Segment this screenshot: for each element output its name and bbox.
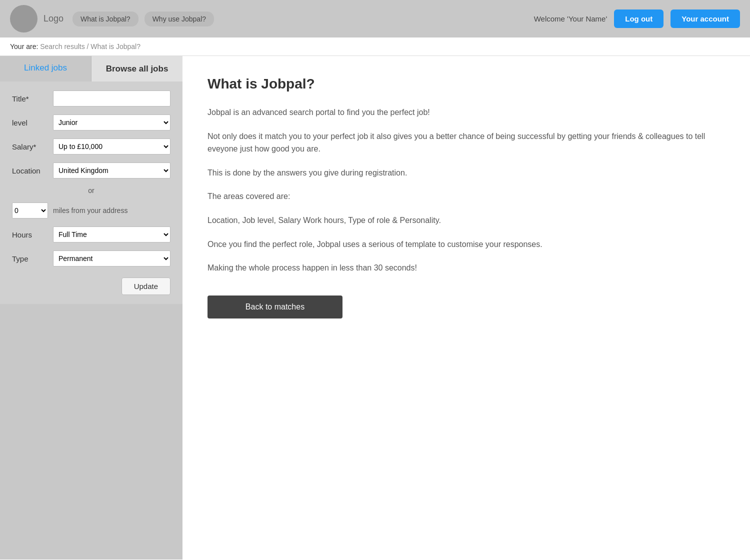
header-right: Welcome 'Your Name' Log out Your account (534, 10, 740, 28)
level-label: level (12, 118, 48, 127)
logout-button[interactable]: Log out (614, 10, 664, 28)
logo-icon (10, 5, 38, 32)
content-para-3: This is done by the answers you give dur… (208, 166, 720, 180)
welcome-text: Welcome 'Your Name' (534, 14, 608, 23)
nav-why-use-jobpal[interactable]: Why use Jobpal? (144, 12, 214, 26)
content-title: What is Jobpal? (208, 76, 720, 92)
nav-what-is-jobpal[interactable]: What is Jobpal? (72, 12, 138, 26)
update-row: Update (12, 278, 170, 295)
sidebar: Linked jobs Browse all jobs Title* level… (0, 56, 182, 560)
content-para-6: Once you find the perfect role, Jobpal u… (208, 238, 720, 251)
title-label: Title* (12, 94, 48, 103)
content-para-7: Making the whole process happen in less … (208, 262, 720, 274)
title-input[interactable] (53, 90, 170, 106)
location-row: Location United Kingdom United States Re… (12, 162, 170, 178)
hours-row: Hours Full Time Part Time Either (12, 226, 170, 242)
location-select[interactable]: United Kingdom United States Remote (53, 162, 170, 178)
back-to-matches-button[interactable]: Back to matches (208, 296, 342, 318)
update-button[interactable]: Update (122, 278, 170, 295)
content-para-4: The areas covered are: (208, 190, 720, 203)
breadcrumb-path: Search results / What is Jobpal? (40, 42, 140, 50)
filter-form: Title* level Junior Mid Senior Lead Sala… (0, 82, 182, 304)
content-para-5: Location, Job level, Salary Work hours, … (208, 214, 720, 227)
account-button[interactable]: Your account (670, 10, 740, 28)
content-para-1: Jobpal is an advanced search portal to f… (208, 106, 720, 119)
salary-label: Salary* (12, 142, 48, 151)
miles-row: 0 5 10 20 50 miles from your address (12, 202, 170, 218)
content-para-2: Not only does it match you to your perfe… (208, 130, 720, 156)
miles-label: miles from your address (53, 206, 128, 214)
title-row: Title* (12, 90, 170, 106)
location-label: Location (12, 166, 48, 175)
type-select[interactable]: Permanent Contract Either (53, 250, 170, 266)
tab-browse-all-jobs[interactable]: Browse all jobs (91, 56, 182, 82)
content-area: What is Jobpal? Jobpal is an advanced se… (182, 56, 750, 560)
breadcrumb-prefix: Your are: (10, 42, 38, 50)
breadcrumb: Your are: Search results / What is Jobpa… (0, 38, 750, 56)
type-label: Type (12, 254, 48, 263)
hours-label: Hours (12, 230, 48, 239)
salary-row: Salary* Up to £10,000 Up to £20,000 Up t… (12, 138, 170, 154)
header: Logo What is Jobpal? Why use Jobpal? Wel… (0, 0, 750, 38)
type-row: Type Permanent Contract Either (12, 250, 170, 266)
miles-select[interactable]: 0 5 10 20 50 (12, 202, 48, 218)
hours-select[interactable]: Full Time Part Time Either (53, 226, 170, 242)
main-layout: Linked jobs Browse all jobs Title* level… (0, 56, 750, 560)
or-divider: or (12, 186, 170, 194)
tabs: Linked jobs Browse all jobs (0, 56, 182, 82)
tab-linked-jobs[interactable]: Linked jobs (0, 56, 91, 82)
level-select[interactable]: Junior Mid Senior Lead (53, 114, 170, 130)
level-row: level Junior Mid Senior Lead (12, 114, 170, 130)
logo-text: Logo (44, 14, 64, 24)
salary-select[interactable]: Up to £10,000 Up to £20,000 Up to £30,00… (53, 138, 170, 154)
